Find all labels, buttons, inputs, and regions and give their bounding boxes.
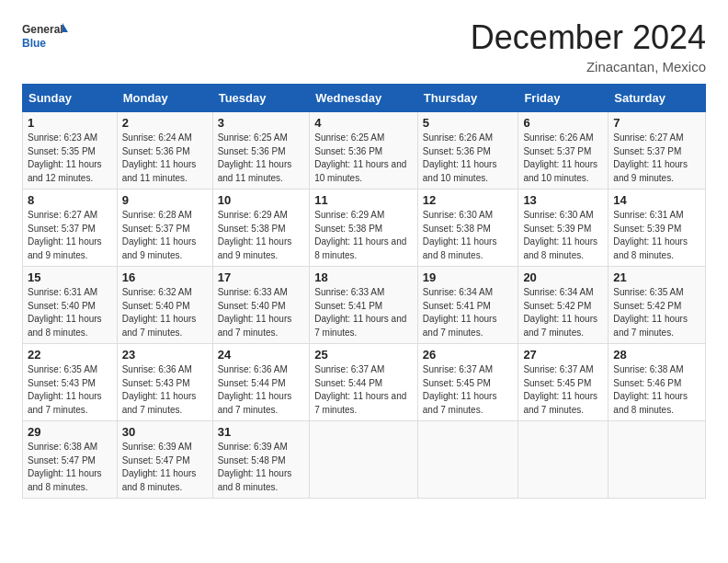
day-number: 1 bbox=[28, 116, 112, 130]
day-info: Sunrise: 6:30 AM Sunset: 5:39 PM Dayligh… bbox=[523, 209, 603, 262]
day-number: 13 bbox=[523, 193, 603, 207]
calendar-cell: 12 Sunrise: 6:30 AM Sunset: 5:38 PM Dayl… bbox=[417, 190, 518, 267]
day-number: 31 bbox=[218, 425, 305, 439]
calendar-cell: 16 Sunrise: 6:32 AM Sunset: 5:40 PM Dayl… bbox=[117, 267, 212, 344]
day-number: 21 bbox=[613, 270, 700, 284]
svg-text:Blue: Blue bbox=[22, 37, 46, 50]
calendar-cell: 23 Sunrise: 6:36 AM Sunset: 5:43 PM Dayl… bbox=[117, 344, 212, 421]
calendar-cell: 18 Sunrise: 6:33 AM Sunset: 5:41 PM Dayl… bbox=[310, 267, 418, 344]
col-tuesday: Tuesday bbox=[212, 85, 310, 112]
week-row-5: 29 Sunrise: 6:38 AM Sunset: 5:47 PM Dayl… bbox=[23, 421, 706, 499]
day-info: Sunrise: 6:33 AM Sunset: 5:41 PM Dayligh… bbox=[314, 286, 413, 339]
day-number: 18 bbox=[314, 270, 413, 284]
calendar-body: 1 Sunrise: 6:23 AM Sunset: 5:35 PM Dayli… bbox=[23, 112, 706, 499]
day-number: 29 bbox=[28, 425, 112, 439]
day-info: Sunrise: 6:29 AM Sunset: 5:38 PM Dayligh… bbox=[314, 209, 413, 262]
day-number: 8 bbox=[28, 193, 112, 207]
calendar-cell: 6 Sunrise: 6:26 AM Sunset: 5:37 PM Dayli… bbox=[518, 112, 609, 190]
day-number: 26 bbox=[423, 348, 514, 362]
calendar-cell: 21 Sunrise: 6:35 AM Sunset: 5:42 PM Dayl… bbox=[609, 267, 706, 344]
day-number: 20 bbox=[523, 270, 603, 284]
calendar-cell: 9 Sunrise: 6:28 AM Sunset: 5:37 PM Dayli… bbox=[117, 190, 212, 267]
logo: General Blue bbox=[22, 18, 68, 55]
logo-svg: General Blue bbox=[22, 18, 68, 55]
day-info: Sunrise: 6:37 AM Sunset: 5:45 PM Dayligh… bbox=[523, 363, 603, 417]
svg-marker-2 bbox=[63, 23, 68, 32]
day-info: Sunrise: 6:37 AM Sunset: 5:45 PM Dayligh… bbox=[423, 363, 514, 417]
day-info: Sunrise: 6:37 AM Sunset: 5:44 PM Dayligh… bbox=[314, 363, 413, 417]
day-info: Sunrise: 6:36 AM Sunset: 5:43 PM Dayligh… bbox=[122, 363, 208, 417]
day-info: Sunrise: 6:31 AM Sunset: 5:39 PM Dayligh… bbox=[613, 209, 700, 262]
calendar-cell: 17 Sunrise: 6:33 AM Sunset: 5:40 PM Dayl… bbox=[212, 267, 310, 344]
day-number: 25 bbox=[314, 348, 413, 362]
day-info: Sunrise: 6:39 AM Sunset: 5:48 PM Dayligh… bbox=[218, 441, 305, 494]
day-info: Sunrise: 6:23 AM Sunset: 5:35 PM Dayligh… bbox=[28, 132, 112, 185]
col-thursday: Thursday bbox=[417, 85, 518, 112]
day-number: 4 bbox=[314, 116, 413, 130]
header-row: Sunday Monday Tuesday Wednesday Thursday… bbox=[23, 85, 706, 112]
week-row-2: 8 Sunrise: 6:27 AM Sunset: 5:37 PM Dayli… bbox=[23, 190, 706, 267]
day-number: 22 bbox=[28, 348, 112, 362]
day-info: Sunrise: 6:30 AM Sunset: 5:38 PM Dayligh… bbox=[423, 209, 514, 262]
day-info: Sunrise: 6:33 AM Sunset: 5:40 PM Dayligh… bbox=[218, 286, 305, 339]
calendar-cell: 3 Sunrise: 6:25 AM Sunset: 5:36 PM Dayli… bbox=[212, 112, 310, 190]
calendar-cell: 10 Sunrise: 6:29 AM Sunset: 5:38 PM Dayl… bbox=[212, 190, 310, 267]
day-info: Sunrise: 6:27 AM Sunset: 5:37 PM Dayligh… bbox=[28, 209, 112, 262]
calendar-cell: 14 Sunrise: 6:31 AM Sunset: 5:39 PM Dayl… bbox=[609, 190, 706, 267]
day-info: Sunrise: 6:29 AM Sunset: 5:38 PM Dayligh… bbox=[218, 209, 305, 262]
week-row-3: 15 Sunrise: 6:31 AM Sunset: 5:40 PM Dayl… bbox=[23, 267, 706, 344]
calendar-cell: 4 Sunrise: 6:25 AM Sunset: 5:36 PM Dayli… bbox=[310, 112, 418, 190]
day-number: 24 bbox=[218, 348, 305, 362]
day-number: 16 bbox=[122, 270, 208, 284]
day-info: Sunrise: 6:26 AM Sunset: 5:37 PM Dayligh… bbox=[523, 132, 603, 185]
col-sunday: Sunday bbox=[23, 85, 118, 112]
day-info: Sunrise: 6:28 AM Sunset: 5:37 PM Dayligh… bbox=[122, 209, 208, 262]
day-number: 9 bbox=[122, 193, 208, 207]
day-info: Sunrise: 6:31 AM Sunset: 5:40 PM Dayligh… bbox=[28, 286, 112, 339]
day-number: 7 bbox=[613, 116, 700, 130]
calendar-cell: 28 Sunrise: 6:38 AM Sunset: 5:46 PM Dayl… bbox=[609, 344, 706, 421]
day-number: 6 bbox=[523, 116, 603, 130]
calendar-cell: 26 Sunrise: 6:37 AM Sunset: 5:45 PM Dayl… bbox=[417, 344, 518, 421]
day-number: 11 bbox=[314, 193, 413, 207]
day-number: 17 bbox=[218, 270, 305, 284]
calendar-cell: 15 Sunrise: 6:31 AM Sunset: 5:40 PM Dayl… bbox=[23, 267, 118, 344]
day-info: Sunrise: 6:25 AM Sunset: 5:36 PM Dayligh… bbox=[218, 132, 305, 185]
week-row-1: 1 Sunrise: 6:23 AM Sunset: 5:35 PM Dayli… bbox=[23, 112, 706, 190]
calendar-cell: 19 Sunrise: 6:34 AM Sunset: 5:41 PM Dayl… bbox=[417, 267, 518, 344]
calendar-cell: 7 Sunrise: 6:27 AM Sunset: 5:37 PM Dayli… bbox=[609, 112, 706, 190]
calendar-cell: 13 Sunrise: 6:30 AM Sunset: 5:39 PM Dayl… bbox=[518, 190, 609, 267]
calendar-cell bbox=[609, 421, 706, 499]
day-info: Sunrise: 6:26 AM Sunset: 5:36 PM Dayligh… bbox=[423, 132, 514, 185]
day-number: 10 bbox=[218, 193, 305, 207]
title-section: December 2024 Zinacantan, Mexico bbox=[471, 18, 706, 75]
col-wednesday: Wednesday bbox=[310, 85, 418, 112]
calendar-cell: 29 Sunrise: 6:38 AM Sunset: 5:47 PM Dayl… bbox=[23, 421, 118, 499]
day-number: 30 bbox=[122, 425, 208, 439]
day-number: 15 bbox=[28, 270, 112, 284]
day-info: Sunrise: 6:39 AM Sunset: 5:47 PM Dayligh… bbox=[122, 441, 208, 494]
calendar-cell bbox=[518, 421, 609, 499]
calendar-cell: 27 Sunrise: 6:37 AM Sunset: 5:45 PM Dayl… bbox=[518, 344, 609, 421]
day-info: Sunrise: 6:25 AM Sunset: 5:36 PM Dayligh… bbox=[314, 132, 413, 185]
calendar-cell: 24 Sunrise: 6:36 AM Sunset: 5:44 PM Dayl… bbox=[212, 344, 310, 421]
day-info: Sunrise: 6:35 AM Sunset: 5:43 PM Dayligh… bbox=[28, 363, 112, 417]
calendar-cell: 25 Sunrise: 6:37 AM Sunset: 5:44 PM Dayl… bbox=[310, 344, 418, 421]
calendar-cell bbox=[417, 421, 518, 499]
col-friday: Friday bbox=[518, 85, 609, 112]
calendar-cell: 2 Sunrise: 6:24 AM Sunset: 5:36 PM Dayli… bbox=[117, 112, 212, 190]
calendar-table: Sunday Monday Tuesday Wednesday Thursday… bbox=[22, 84, 706, 499]
day-info: Sunrise: 6:38 AM Sunset: 5:47 PM Dayligh… bbox=[28, 441, 112, 494]
day-info: Sunrise: 6:34 AM Sunset: 5:42 PM Dayligh… bbox=[523, 286, 603, 339]
header: General Blue December 2024 Zinacantan, M… bbox=[22, 18, 706, 75]
svg-text:General: General bbox=[22, 23, 63, 36]
day-info: Sunrise: 6:27 AM Sunset: 5:37 PM Dayligh… bbox=[613, 132, 700, 185]
day-number: 5 bbox=[423, 116, 514, 130]
col-monday: Monday bbox=[117, 85, 212, 112]
day-number: 3 bbox=[218, 116, 305, 130]
day-number: 2 bbox=[122, 116, 208, 130]
calendar-cell: 30 Sunrise: 6:39 AM Sunset: 5:47 PM Dayl… bbox=[117, 421, 212, 499]
day-info: Sunrise: 6:38 AM Sunset: 5:46 PM Dayligh… bbox=[613, 363, 700, 417]
month-year-title: December 2024 bbox=[471, 18, 706, 57]
week-row-4: 22 Sunrise: 6:35 AM Sunset: 5:43 PM Dayl… bbox=[23, 344, 706, 421]
